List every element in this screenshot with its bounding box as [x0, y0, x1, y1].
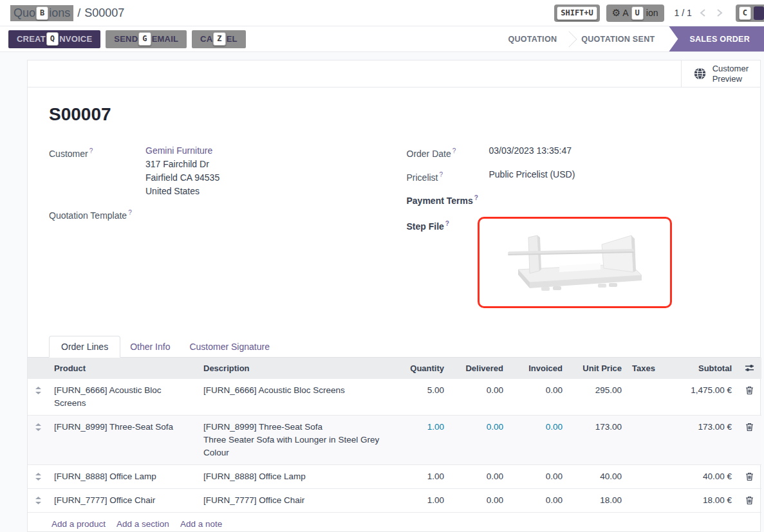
table-header-row: Product Description Quantity Delivered I… [28, 358, 761, 379]
cell-subtotal: 1,475.00 € [664, 379, 737, 416]
tab-other-info[interactable]: Other Info [120, 336, 180, 357]
breadcrumb-parent-pre: Quo [14, 6, 35, 20]
create-record-button-stub [754, 6, 764, 20]
create-invoice-label-pre: CREAT [17, 34, 46, 44]
breadcrumb-parent-link[interactable]: QuoBions [10, 5, 73, 21]
hint-key-g: G [138, 32, 151, 46]
breadcrumb-separator: / [77, 6, 80, 20]
quotation-template-field-label: Quotation Template? [49, 206, 145, 223]
pager-previous-icon[interactable] [697, 7, 709, 19]
pager-count: 1 / 1 [675, 8, 692, 18]
col-product[interactable]: Product [49, 358, 198, 379]
order-date-field-label: Order Date? [407, 144, 489, 161]
notebook-tabs: Order Lines Other Info Customer Signatur… [28, 336, 760, 358]
stage-sales-order[interactable]: SALES ORDER [669, 26, 764, 51]
step-file-preview[interactable] [478, 217, 672, 308]
help-icon: ? [445, 220, 449, 227]
cell-subtotal: 173.00 € [664, 415, 737, 464]
statusbar: QUOTATION QUOTATION SENT SALES ORDER [494, 26, 764, 51]
customer-address: 317 Fairchild Dr Fairfield CA 94535 Unit… [145, 158, 219, 198]
send-email-label-pre: SEND [114, 34, 138, 44]
table-row[interactable]: [FURN_8999] Three-Seat Sofa [FURN_8999] … [28, 415, 761, 464]
create-invoice-label-post: NVOICE [59, 34, 92, 44]
send-email-label-post: EMAIL [152, 34, 178, 44]
add-a-product-link[interactable]: Add a product [51, 519, 106, 529]
cancel-label-post: EL [227, 34, 238, 44]
customer-link[interactable]: Gemini Furniture [145, 145, 212, 156]
col-subtotal[interactable]: Subtotal [664, 358, 737, 379]
payment-terms-field-label: Payment Terms? [407, 191, 489, 208]
col-invoiced[interactable]: Invoiced [508, 358, 568, 379]
col-description[interactable]: Description [198, 358, 393, 379]
hint-key-b: B [36, 6, 48, 20]
action-menu-button[interactable]: ⚙ AUion [606, 5, 664, 22]
cell-delivered: 0.00 [449, 488, 508, 512]
cell-delivered: 0.00 [449, 415, 508, 464]
drag-handle-icon[interactable] [28, 379, 49, 416]
add-a-note-link[interactable]: Add a note [180, 519, 222, 529]
cell-invoiced: 0.00 [508, 464, 568, 488]
cell-invoiced: 0.00 [508, 488, 568, 512]
col-quantity[interactable]: Quantity [393, 358, 449, 379]
sheet: Customer Preview S00007 Customer? Gemini… [27, 60, 761, 532]
cell-product: [FURN_8999] Three-Seat Sofa [49, 415, 198, 464]
tab-customer-signature[interactable]: Customer Signature [180, 336, 279, 357]
stage-quotation-sent[interactable]: QUOTATION SENT [567, 26, 669, 51]
cancel-button[interactable]: CAZEL [192, 30, 246, 48]
cell-taxes [627, 415, 664, 464]
breadcrumb: QuoBions / S00007 [10, 5, 124, 21]
optional-columns-button[interactable] [737, 358, 761, 379]
customer-preview-button[interactable]: Customer Preview [681, 60, 760, 87]
table-row[interactable]: [FURN_6666] Acoustic Bloc Screens [FURN_… [28, 379, 761, 416]
cell-invoiced: 0.00 [508, 415, 568, 464]
cell-delivered: 0.00 [449, 379, 508, 416]
delete-row-button[interactable] [737, 415, 761, 464]
cell-description: [FURN_7777] Office Chair [198, 488, 393, 512]
col-unit-price[interactable]: Unit Price [568, 358, 627, 379]
trash-icon [745, 472, 754, 481]
add-a-section-link[interactable]: Add a section [116, 519, 169, 529]
cell-invoiced: 0.00 [508, 379, 568, 416]
cell-subtotal: 18.00 € [664, 488, 737, 512]
help-icon: ? [89, 147, 93, 154]
cell-subtotal: 40.00 € [664, 464, 737, 488]
send-email-button[interactable]: SENDGEMAIL [106, 30, 187, 48]
drag-handle-icon[interactable] [28, 488, 49, 512]
pricelist-field[interactable]: Public Pricelist (USD) [489, 168, 575, 185]
drag-handle-icon[interactable] [28, 415, 49, 464]
shortcut-button[interactable]: SHIFT+U [554, 5, 600, 22]
action-label-pre: A [622, 8, 628, 18]
create-invoice-button[interactable]: CREATQNVOICE [8, 30, 100, 48]
form-view: Customer Preview S00007 Customer? Gemini… [0, 52, 764, 532]
customer-field-label: Customer? [49, 144, 145, 198]
tab-order-lines[interactable]: Order Lines [49, 336, 120, 358]
control-panel-buttons: CREATQNVOICE SENDGEMAIL CAZEL QUOTATION … [0, 26, 764, 52]
cell-unit-price: 18.00 [568, 488, 627, 512]
trash-icon [745, 423, 754, 432]
customer-preview-label: Customer Preview [713, 64, 749, 84]
step-file-field-label: Step File? [407, 217, 478, 308]
delete-row-button[interactable] [737, 379, 761, 416]
stage-quotation[interactable]: QUOTATION [494, 26, 571, 51]
create-record-button[interactable]: C [736, 5, 764, 22]
delete-row-button[interactable] [737, 464, 761, 488]
pager-next-icon[interactable] [714, 7, 725, 19]
control-panel-top: QuoBions / S00007 SHIFT+U ⚙ AUion 1 / 1 … [0, 0, 764, 26]
handle-column-header [28, 358, 49, 379]
col-delivered[interactable]: Delivered [449, 358, 508, 379]
drag-handle-icon[interactable] [28, 464, 49, 488]
cell-quantity: 1.00 [393, 415, 449, 464]
optional-columns-icon [745, 363, 754, 372]
hint-key-c: C [739, 6, 751, 20]
order-date-field[interactable]: 03/03/2023 13:35:47 [489, 144, 572, 161]
table-row[interactable]: [FURN_8888] Office Lamp [FURN_8888] Offi… [28, 464, 761, 488]
help-icon: ? [128, 209, 132, 216]
cell-description: [FURN_8999] Three-Seat SofaThree Seater … [198, 415, 393, 464]
col-taxes[interactable]: Taxes [627, 358, 664, 379]
cell-quantity: 1.00 [393, 488, 449, 512]
sheet-button-box: Customer Preview [28, 60, 760, 87]
cell-quantity: 5.00 [393, 379, 449, 416]
action-label-post: ion [646, 8, 658, 18]
table-row[interactable]: [FURN_7777] Office Chair [FURN_7777] Off… [28, 488, 761, 512]
delete-row-button[interactable] [737, 488, 761, 512]
